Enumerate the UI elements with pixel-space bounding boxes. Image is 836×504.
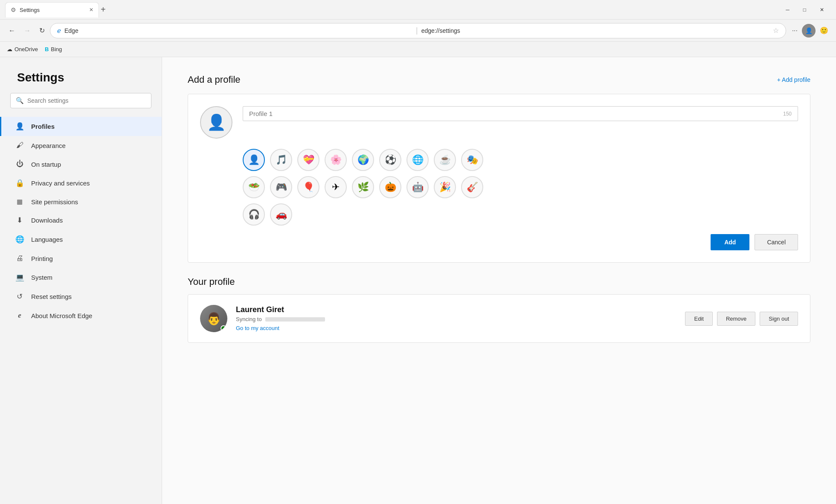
selected-avatar[interactable]: 👤 bbox=[200, 106, 232, 139]
goto-account-link[interactable]: Go to my account bbox=[236, 325, 279, 331]
avatar-option-heart[interactable]: 💝 bbox=[297, 149, 319, 171]
profile-name-input[interactable] bbox=[249, 110, 783, 117]
sidebar-item-languages-label: Languages bbox=[31, 236, 63, 243]
avatar-option-theater[interactable]: 🎭 bbox=[461, 149, 483, 171]
address-bar[interactable]: ℯ Edge | edge://settings ☆ bbox=[50, 23, 786, 38]
emoji-button[interactable]: 🙂 bbox=[817, 24, 831, 37]
bookmark-onedrive[interactable]: ☁ OneDrive bbox=[7, 46, 38, 52]
sidebar-item-reset[interactable]: ↺ Reset settings bbox=[0, 287, 162, 306]
sidebar-item-profiles-label: Profiles bbox=[31, 123, 55, 130]
downloads-icon: ⬇ bbox=[15, 216, 24, 225]
bookmark-bing[interactable]: B Bing bbox=[45, 46, 62, 52]
avatar-option-headphones[interactable]: 🎧 bbox=[243, 203, 265, 226]
new-tab-button[interactable]: + bbox=[101, 5, 106, 14]
avatar-row-1: 👤 🎵 💝 🌸 🌍 ⚽ 🌐 ☕ 🎭 bbox=[243, 149, 798, 171]
sidebar-item-privacy[interactable]: 🔒 Privacy and services bbox=[0, 174, 162, 193]
sidebar-item-profiles[interactable]: 👤 Profiles bbox=[0, 117, 162, 136]
avatar-row-2: 🥗 🎮 🎈 ✈ 🌿 🎃 🤖 🎉 🎸 bbox=[243, 176, 798, 198]
sidebar-item-appearance-label: Appearance bbox=[31, 142, 66, 149]
back-button[interactable]: ← bbox=[5, 24, 19, 37]
nav-icons: ··· 👤 🙂 bbox=[790, 24, 831, 38]
your-profile-title: Your profile bbox=[188, 276, 810, 287]
avatar-option-party[interactable]: 🎉 bbox=[434, 176, 456, 198]
search-input[interactable] bbox=[27, 97, 146, 104]
navbar: ← → ↻ ℯ Edge | edge://settings ☆ ··· 👤 🙂 bbox=[0, 20, 836, 42]
profiles-icon: 👤 bbox=[15, 122, 24, 131]
avatar-option-robot[interactable]: 🤖 bbox=[406, 176, 429, 198]
sidebar-item-appearance[interactable]: 🖌 Appearance bbox=[0, 136, 162, 155]
card-actions: Add Cancel bbox=[200, 234, 798, 250]
user-avatar: 👨 bbox=[200, 305, 227, 332]
sidebar-item-languages[interactable]: 🌐 Languages bbox=[0, 230, 162, 249]
favorites-icon[interactable]: ☆ bbox=[773, 26, 779, 35]
languages-icon: 🌐 bbox=[15, 235, 24, 244]
address-text[interactable]: edge://settings bbox=[421, 27, 769, 34]
avatar-option-person[interactable]: 👤 bbox=[243, 149, 265, 171]
settings-tab-title: Settings bbox=[20, 7, 86, 13]
avatar-option-car[interactable]: 🚗 bbox=[270, 203, 292, 226]
avatar-grid: 👤 🎵 💝 🌸 🌍 ⚽ 🌐 ☕ 🎭 🥗 🎮 🎈 ✈ 🌿 🎃 bbox=[243, 149, 798, 226]
avatar-row-3: 🎧 🚗 bbox=[243, 203, 798, 226]
bookmark-onedrive-label: OneDrive bbox=[15, 46, 38, 52]
sidebar-item-site-permissions-label: Site permissions bbox=[31, 198, 78, 206]
avatar-option-globe[interactable]: 🌐 bbox=[406, 149, 429, 171]
forward-button[interactable]: → bbox=[20, 24, 34, 37]
content-area: Add a profile + Add profile 👤 150 👤 🎵 💝 bbox=[162, 57, 836, 504]
settings-tab[interactable]: ⚙ Settings ✕ bbox=[5, 2, 99, 17]
search-icon: 🔍 bbox=[16, 97, 24, 104]
sidebar-item-system[interactable]: 💻 System bbox=[0, 268, 162, 287]
profile-avatar-button[interactable]: 👤 bbox=[802, 24, 816, 38]
avatar-option-salad[interactable]: 🥗 bbox=[243, 176, 265, 198]
online-badge bbox=[221, 325, 226, 331]
avatar-option-soccer[interactable]: ⚽ bbox=[379, 149, 401, 171]
sync-bar bbox=[265, 317, 325, 322]
reset-icon: ↺ bbox=[15, 292, 24, 301]
sidebar: Settings 🔍 👤 Profiles 🖌 Appearance ⏻ On … bbox=[0, 57, 162, 504]
avatar-option-guitar[interactable]: 🎸 bbox=[461, 176, 483, 198]
char-count: 150 bbox=[783, 111, 792, 117]
sidebar-item-system-label: System bbox=[31, 274, 52, 281]
close-button[interactable]: ✕ bbox=[813, 2, 831, 17]
nav-items: 👤 Profiles 🖌 Appearance ⏻ On startup 🔒 P… bbox=[0, 117, 162, 325]
avatar-option-coffee[interactable]: ☕ bbox=[434, 149, 456, 171]
window-controls: ─ □ ✕ bbox=[779, 2, 831, 17]
signout-button[interactable]: Sign out bbox=[760, 312, 798, 326]
refresh-button[interactable]: ↻ bbox=[36, 24, 48, 37]
add-button[interactable]: Add bbox=[711, 234, 749, 250]
avatar-option-leaf[interactable]: 🌿 bbox=[352, 176, 374, 198]
add-profile-link[interactable]: + Add profile bbox=[777, 76, 810, 83]
address-divider: | bbox=[416, 26, 418, 35]
avatar-option-game[interactable]: 🎮 bbox=[270, 176, 292, 198]
minimize-button[interactable]: ─ bbox=[779, 2, 796, 17]
sidebar-item-printing-label: Printing bbox=[31, 255, 53, 262]
about-icon: e bbox=[15, 311, 24, 320]
user-profile-card: 👨 Laurent Giret Syncing to Go to my acco… bbox=[188, 294, 810, 343]
main-container: Settings 🔍 👤 Profiles 🖌 Appearance ⏻ On … bbox=[0, 57, 836, 504]
titlebar: ⚙ Settings ✕ + ─ □ ✕ bbox=[0, 0, 836, 20]
sidebar-item-on-startup[interactable]: ⏻ On startup bbox=[0, 155, 162, 174]
sidebar-item-printing[interactable]: 🖨 Printing bbox=[0, 249, 162, 268]
avatar-option-flower[interactable]: 🌸 bbox=[325, 149, 347, 171]
sidebar-item-reset-label: Reset settings bbox=[31, 293, 72, 300]
edit-button[interactable]: Edit bbox=[685, 312, 712, 326]
tab-close-button[interactable]: ✕ bbox=[89, 7, 93, 13]
avatar-option-music[interactable]: 🎵 bbox=[270, 149, 292, 171]
avatar-option-plane[interactable]: ✈ bbox=[325, 176, 347, 198]
avatar-option-pumpkin[interactable]: 🎃 bbox=[379, 176, 401, 198]
avatar-option-balloon[interactable]: 🎈 bbox=[297, 176, 319, 198]
avatar-option-earth[interactable]: 🌍 bbox=[352, 149, 374, 171]
profile-actions: Edit Remove Sign out bbox=[685, 312, 798, 326]
bookmark-bing-label: Bing bbox=[51, 46, 62, 52]
more-options-button[interactable]: ··· bbox=[790, 24, 800, 37]
add-profile-header: Add a profile + Add profile bbox=[188, 74, 810, 85]
search-settings-container[interactable]: 🔍 bbox=[10, 93, 151, 108]
add-profile-card: 👤 150 👤 🎵 💝 🌸 🌍 ⚽ 🌐 ☕ 🎭 bbox=[188, 94, 810, 263]
maximize-button[interactable]: □ bbox=[796, 2, 813, 17]
remove-button[interactable]: Remove bbox=[717, 312, 755, 326]
sidebar-item-about[interactable]: e About Microsoft Edge bbox=[0, 306, 162, 325]
system-icon: 💻 bbox=[15, 273, 24, 282]
sidebar-item-site-permissions[interactable]: ▦ Site permissions bbox=[0, 193, 162, 211]
settings-tab-icon: ⚙ bbox=[11, 6, 16, 13]
cancel-button[interactable]: Cancel bbox=[755, 234, 798, 250]
sidebar-item-downloads[interactable]: ⬇ Downloads bbox=[0, 211, 162, 230]
